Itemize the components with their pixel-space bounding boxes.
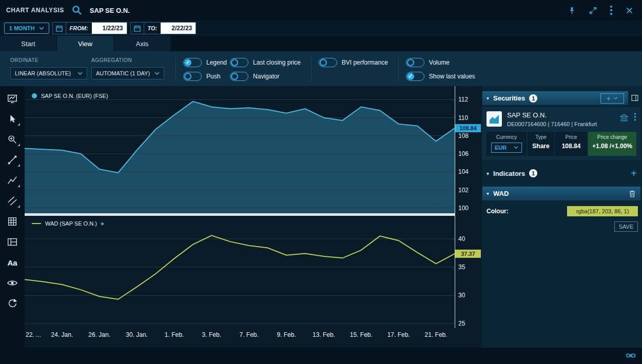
layout-tool[interactable] (3, 234, 22, 250)
collapse-panel-icon[interactable] (631, 94, 639, 102)
save-button[interactable]: SAVE (614, 221, 638, 232)
currency-dropdown[interactable]: EUR (491, 143, 522, 153)
search-icon[interactable] (71, 5, 83, 16)
from-label: FROM: (66, 23, 92, 34)
last-closing-price-toggle[interactable]: ✓ (230, 58, 248, 67)
svg-text:40: 40 (458, 235, 465, 242)
tab-start[interactable]: Start (0, 36, 56, 51)
calendar-icon (133, 25, 141, 32)
legend-toggle[interactable]: ✓ (183, 58, 202, 67)
wad-legend-label: WAD (SAP SE O.N.) (45, 220, 97, 227)
securities-count-badge: 1 (529, 94, 537, 103)
divider (176, 57, 176, 81)
link-icon[interactable] (626, 351, 636, 360)
tab-view[interactable]: View (57, 36, 113, 51)
colour-label: Colour: (487, 208, 509, 215)
divider (398, 57, 399, 81)
svg-text:37.37: 37.37 (461, 251, 475, 257)
visibility-tool[interactable] (3, 275, 22, 291)
security-name: SAP SE O.N. (507, 111, 614, 119)
caret-down-icon: ▾ (487, 171, 489, 176)
indicators-header[interactable]: ▾ Indicators 1 + (487, 168, 637, 178)
currency-value: EUR (495, 145, 507, 151)
caret-down-icon: ▾ (487, 191, 489, 196)
bvi-performance-toggle[interactable]: ✓ (319, 58, 337, 67)
security-chart-icon (487, 111, 502, 127)
chevron-down-icon (514, 146, 518, 149)
security-details: DE0007164600 | 716460 | Frankfurt (507, 121, 614, 127)
tab-axis[interactable]: Axis (114, 36, 170, 51)
delete-indicator-icon[interactable] (628, 190, 636, 198)
aggregation-value: AUTOMATIC (1 DAY) (96, 70, 150, 76)
security-menu-icon[interactable] (634, 112, 636, 122)
wad-legend: WAD (SAP SE O.N.) (32, 220, 104, 227)
close-icon[interactable] (625, 6, 634, 15)
chevron-down-icon (77, 72, 83, 75)
push-toggle-label: Push (206, 73, 220, 80)
bvi-performance-label: BVI performance (342, 59, 388, 66)
chart-area[interactable]: 1121101081061041021004035302522. ...24. … (25, 86, 481, 348)
chevron-down-icon (613, 97, 618, 100)
price-label: Price (566, 134, 577, 140)
wad-panel-header[interactable]: ▾ WAD (482, 187, 640, 200)
expand-icon[interactable] (589, 6, 597, 15)
text-tool[interactable]: Aa (3, 254, 22, 271)
security-data-row: Currency EUR Type Share Price 108.84 Pri… (487, 132, 636, 156)
titlebar: CHART ANALYSIS SAP SE O.N. (0, 0, 642, 21)
from-date-input[interactable] (92, 23, 127, 34)
type-value: Share (532, 143, 549, 150)
cursor-tool[interactable] (3, 111, 22, 127)
zoom-tool[interactable] (3, 131, 22, 148)
aggregation-dropdown[interactable]: AUTOMATIC (1 DAY) (91, 67, 164, 79)
push-toggle[interactable]: ✓ (183, 72, 202, 81)
to-calendar-button[interactable] (131, 23, 144, 34)
reset-tool[interactable] (3, 295, 22, 312)
exchange-icon[interactable] (619, 113, 629, 123)
svg-text:108.84: 108.84 (459, 125, 477, 131)
kebab-menu-icon[interactable] (610, 5, 613, 15)
svg-text:30. Jan.: 30. Jan. (126, 331, 148, 338)
security-card: SAP SE O.N. DE0007164600 | 716460 | Fran… (482, 107, 640, 160)
securities-header[interactable]: ▾ Securities 1 + (482, 91, 628, 105)
svg-text:13. Feb.: 13. Feb. (313, 331, 335, 338)
add-security-button[interactable]: + (600, 93, 624, 104)
svg-text:7. Feb.: 7. Feb. (240, 331, 259, 338)
from-calendar-button[interactable] (53, 23, 66, 34)
volume-toggle[interactable]: ✓ (406, 58, 424, 67)
price-change-cell: Price change +1.08 /+1.00% (588, 132, 636, 156)
period-dropdown[interactable]: 1 MONTH (4, 23, 49, 34)
to-date-input[interactable] (161, 23, 196, 34)
toggle-knob: ✓ (407, 59, 414, 66)
ordinate-dropdown[interactable]: LINEAR (ABSOLUTE) (10, 67, 87, 79)
trendline-tool[interactable] (3, 152, 22, 168)
channel-tool[interactable] (3, 193, 22, 209)
svg-text:21. Feb.: 21. Feb. (425, 331, 448, 338)
currency-cell: Currency EUR (487, 132, 527, 156)
svg-text:106: 106 (458, 150, 469, 157)
chart-display-tool[interactable] (3, 90, 22, 107)
grid-tool[interactable] (3, 213, 22, 230)
show-last-values-label: Show last values (429, 73, 475, 80)
show-last-values-toggle[interactable]: ✓ (406, 72, 424, 81)
svg-text:22. ...: 22. ... (26, 331, 41, 338)
securities-title: Securities (493, 94, 525, 102)
colour-value-field[interactable]: rgba(187, 203, 86, 1) (567, 206, 638, 216)
svg-text:100: 100 (458, 205, 469, 212)
polyline-tool[interactable] (3, 172, 22, 189)
svg-text:3. Feb.: 3. Feb. (202, 331, 221, 338)
drawing-toolbar: Aa (0, 86, 25, 348)
pin-icon[interactable] (568, 6, 576, 15)
svg-text:110: 110 (458, 114, 468, 122)
submenu-corner (17, 123, 20, 126)
chart-canvas[interactable]: 1121101081061041021004035302522. ...24. … (25, 86, 481, 348)
indicators-count-badge: 1 (529, 169, 537, 177)
from-date-group: FROM: (52, 22, 127, 34)
svg-text:30: 30 (458, 292, 465, 299)
navigator-toggle[interactable]: ✓ (230, 72, 248, 81)
titlebar-security-name: SAP SE O.N. (90, 7, 130, 14)
ordinate-label: ORDINATE (10, 57, 87, 63)
legend-toggle-label: Legend (206, 59, 227, 66)
price-change-value: +1.08 /+1.00% (592, 143, 632, 150)
price-cell: Price 108.84 (555, 132, 587, 156)
add-indicator-button[interactable]: + (631, 168, 637, 178)
